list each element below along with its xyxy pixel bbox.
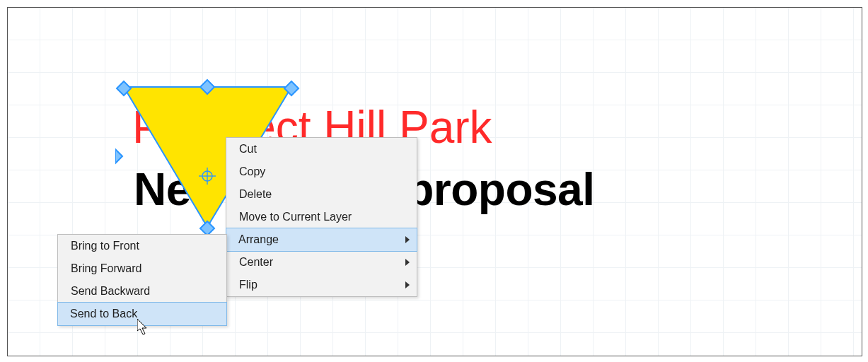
app-frame: Prospect Hill Park New seating proposal	[7, 7, 862, 356]
menu-item-bring-forward[interactable]: Bring Forward	[58, 257, 226, 280]
menu-item-center[interactable]: Center	[226, 251, 417, 274]
menu-item-label: Cut	[239, 143, 257, 155]
svg-marker-6	[115, 149, 122, 163]
menu-item-label: Copy	[239, 165, 265, 177]
menu-item-label: Send Backward	[71, 285, 150, 297]
submenu-arrow-icon	[405, 259, 410, 266]
menu-item-label: Delete	[239, 188, 272, 200]
submenu-arrow-icon	[405, 236, 410, 243]
menu-item-label: Flip	[239, 279, 257, 291]
menu-item-label: Bring to Front	[71, 240, 139, 252]
svg-marker-5	[200, 221, 214, 235]
menu-item-send-backward[interactable]: Send Backward	[58, 280, 226, 303]
menu-item-cut[interactable]: Cut	[226, 138, 417, 160]
menu-item-bring-to-front[interactable]: Bring to Front	[58, 235, 226, 257]
menu-item-flip[interactable]: Flip	[226, 274, 417, 296]
menu-item-label: Bring Forward	[71, 262, 141, 274]
menu-item-arrange[interactable]: Arrange	[226, 228, 417, 252]
menu-item-copy[interactable]: Copy	[226, 160, 417, 183]
menu-item-move-layer[interactable]: Move to Current Layer	[226, 206, 417, 228]
menu-item-label: Move to Current Layer	[239, 211, 352, 223]
menu-item-label: Send to Back	[70, 308, 137, 320]
submenu-arrow-icon	[405, 281, 410, 288]
menu-item-label: Center	[239, 256, 273, 268]
submenu-arrange[interactable]: Bring to Front Bring Forward Send Backwa…	[57, 234, 227, 326]
menu-item-delete[interactable]: Delete	[226, 183, 417, 206]
menu-item-send-to-back[interactable]: Send to Back	[57, 302, 227, 326]
context-menu[interactable]: Cut Copy Delete Move to Current Layer Ar…	[226, 137, 417, 297]
menu-item-label: Arrange	[238, 233, 279, 245]
